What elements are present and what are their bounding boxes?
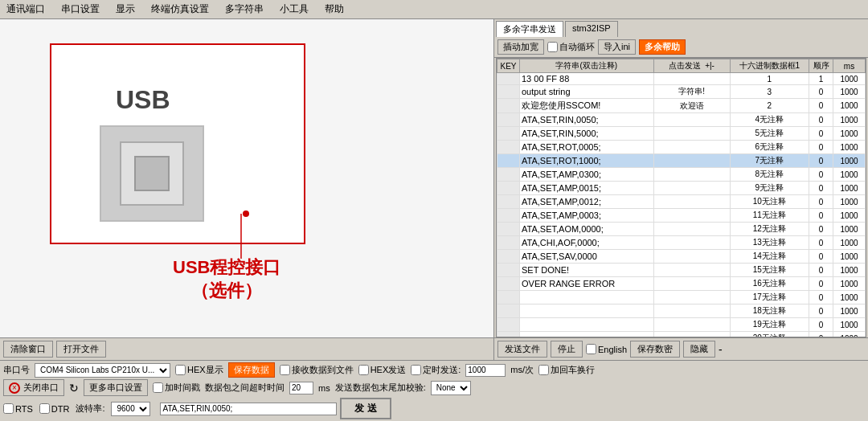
row-order[interactable]: 0 bbox=[809, 236, 833, 250]
stop-button[interactable]: 停止 bbox=[551, 341, 583, 358]
row-order[interactable]: 0 bbox=[809, 277, 833, 291]
row-click[interactable] bbox=[653, 168, 730, 182]
row-cmd[interactable]: ATA,SET,SAV,0000 bbox=[520, 250, 654, 264]
row-order[interactable]: 0 bbox=[809, 291, 833, 305]
save-secret-button[interactable]: 保存数密 bbox=[630, 341, 680, 358]
row-delay[interactable]: 1000 bbox=[833, 277, 866, 291]
row-delay[interactable]: 1000 bbox=[833, 99, 866, 113]
row-order[interactable]: 0 bbox=[809, 113, 833, 127]
hide-button[interactable]: 隐藏 bbox=[683, 341, 715, 358]
row-cmd[interactable]: SET DONE! bbox=[520, 264, 654, 277]
table-row[interactable]: ATA,SET,AMP,0015; 9无注释 0 1000 bbox=[497, 182, 866, 195]
tab-multi-string[interactable]: 多余字串发送 bbox=[496, 21, 563, 37]
row-cmd[interactable] bbox=[520, 305, 654, 318]
row-delay[interactable]: 1000 bbox=[833, 141, 866, 154]
row-click[interactable] bbox=[653, 305, 730, 318]
row-order[interactable]: 0 bbox=[809, 332, 833, 338]
row-order[interactable]: 0 bbox=[809, 264, 833, 277]
dtr-checkbox[interactable] bbox=[39, 403, 50, 414]
menu-multistr[interactable]: 多字符串 bbox=[222, 2, 267, 17]
cmd-input[interactable] bbox=[160, 403, 337, 415]
row-click[interactable]: 欢迎语 bbox=[653, 99, 730, 113]
table-row[interactable]: ATA,SET,AMP,0300; 8无注释 0 1000 bbox=[497, 168, 866, 182]
row-click[interactable] bbox=[653, 332, 730, 338]
row-cmd[interactable]: ATA,SET,AMP,0012; bbox=[520, 195, 654, 209]
timed-value-input[interactable] bbox=[465, 364, 506, 377]
row-click[interactable] bbox=[653, 264, 730, 277]
row-cmd[interactable]: OVER RANGE ERROR bbox=[520, 277, 654, 291]
row-delay[interactable]: 1000 bbox=[833, 223, 866, 236]
row-click[interactable] bbox=[653, 73, 730, 85]
table-row[interactable]: 19无注释 0 1000 bbox=[497, 318, 866, 332]
row-delay[interactable]: 1000 bbox=[833, 113, 866, 127]
row-delay[interactable]: 1000 bbox=[833, 250, 866, 264]
row-cmd[interactable]: ATA,CHI,AOF,0000; bbox=[520, 236, 654, 250]
row-click[interactable]: 字符串! bbox=[653, 85, 730, 99]
row-order[interactable]: 0 bbox=[809, 305, 833, 318]
row-cmd[interactable]: ATA,SET,AMP,0015; bbox=[520, 182, 654, 195]
row-order[interactable]: 0 bbox=[809, 141, 833, 154]
row-order[interactable]: 0 bbox=[809, 182, 833, 195]
row-cmd[interactable]: ATA,SET,RIN,0050; bbox=[520, 113, 654, 127]
row-order[interactable]: 0 bbox=[809, 99, 833, 113]
table-row[interactable]: 20无注释 0 1000 bbox=[497, 332, 866, 338]
row-click[interactable] bbox=[653, 250, 730, 264]
row-cmd[interactable]: ATA,SET,AOM,0000; bbox=[520, 223, 654, 236]
row-click[interactable] bbox=[653, 236, 730, 250]
row-click[interactable] bbox=[653, 195, 730, 209]
checksum-select[interactable]: None bbox=[431, 381, 471, 395]
row-cmd[interactable]: ATA,SET,ROT,1000; bbox=[520, 154, 654, 168]
row-click[interactable] bbox=[653, 141, 730, 154]
row-delay[interactable]: 1000 bbox=[833, 291, 866, 305]
push-loop-button[interactable]: 插动加宽 bbox=[497, 39, 544, 55]
table-row[interactable]: ATA,SET,AOM,0000; 12无注释 0 1000 bbox=[497, 223, 866, 236]
add-time-checkbox[interactable] bbox=[153, 382, 163, 393]
rts-checkbox[interactable] bbox=[3, 403, 14, 414]
row-order[interactable]: 0 bbox=[809, 85, 833, 99]
row-delay[interactable]: 1000 bbox=[833, 195, 866, 209]
row-cmd[interactable] bbox=[520, 318, 654, 332]
timed-send-checkbox[interactable] bbox=[411, 365, 421, 375]
row-cmd[interactable] bbox=[520, 332, 654, 338]
row-click[interactable] bbox=[653, 182, 730, 195]
row-order[interactable]: 0 bbox=[809, 168, 833, 182]
table-row[interactable]: output string 字符串! 3 0 1000 bbox=[497, 85, 866, 99]
row-delay[interactable]: 1000 bbox=[833, 182, 866, 195]
send-file-button[interactable]: 发送文件 bbox=[497, 341, 547, 358]
row-order[interactable]: 1 bbox=[809, 73, 833, 85]
table-row[interactable]: SET DONE! 15无注释 0 1000 bbox=[497, 264, 866, 277]
menu-tools[interactable]: 小工具 bbox=[276, 2, 312, 17]
row-cmd[interactable]: output string bbox=[520, 85, 654, 99]
row-delay[interactable]: 1000 bbox=[833, 332, 866, 338]
row-delay[interactable]: 1000 bbox=[833, 127, 866, 141]
add-cr-checkbox[interactable] bbox=[538, 365, 549, 375]
row-click[interactable] bbox=[653, 277, 730, 291]
row-cmd[interactable]: ATA,SET,AMP,0003; bbox=[520, 209, 654, 223]
row-delay[interactable]: 1000 bbox=[833, 209, 866, 223]
row-order[interactable]: 0 bbox=[809, 195, 833, 209]
row-cmd[interactable]: ATA,SET,ROT,0005; bbox=[520, 141, 654, 154]
row-delay[interactable]: 1000 bbox=[833, 236, 866, 250]
refresh-icon[interactable]: ↻ bbox=[69, 382, 79, 394]
save-data-button[interactable]: 保存数据 bbox=[228, 362, 275, 378]
help-button[interactable]: 多余帮助 bbox=[639, 39, 686, 55]
table-row[interactable]: 18无注释 0 1000 bbox=[497, 305, 866, 318]
table-row[interactable]: 13 00 FF 88 1 1 1000 bbox=[497, 73, 866, 85]
table-row[interactable]: 17无注释 0 1000 bbox=[497, 291, 866, 305]
row-cmd[interactable]: 13 00 FF 88 bbox=[520, 73, 654, 85]
auto-loop-checkbox[interactable] bbox=[547, 42, 558, 52]
hex-display-checkbox[interactable] bbox=[175, 365, 186, 375]
table-row[interactable]: OVER RANGE ERROR 16无注释 0 1000 bbox=[497, 277, 866, 291]
row-click[interactable] bbox=[653, 291, 730, 305]
row-order[interactable]: 0 bbox=[809, 209, 833, 223]
load-ini-button[interactable]: 导入ini bbox=[598, 39, 636, 55]
row-cmd[interactable]: ATA,SET,AMP,0300; bbox=[520, 168, 654, 182]
row-order[interactable]: 0 bbox=[809, 250, 833, 264]
menu-terminal[interactable]: 终端仿真设置 bbox=[148, 2, 212, 17]
english-checkbox[interactable] bbox=[586, 344, 596, 354]
row-delay[interactable]: 1000 bbox=[833, 85, 866, 99]
menu-help[interactable]: 帮助 bbox=[321, 2, 347, 17]
row-click[interactable] bbox=[653, 223, 730, 236]
table-row[interactable]: ATA,SET,AMP,0003; 11无注释 0 1000 bbox=[497, 209, 866, 223]
row-click[interactable] bbox=[653, 113, 730, 127]
